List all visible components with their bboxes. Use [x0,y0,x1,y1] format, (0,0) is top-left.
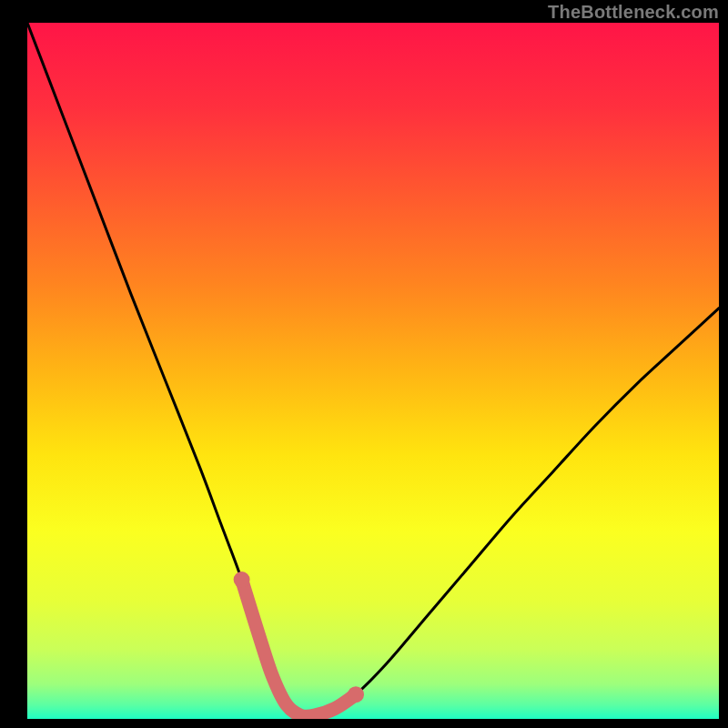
highlight-endpoint [348,686,364,703]
chart-stage: TheBottleneck.com [0,0,728,728]
highlight-endpoint [234,571,250,588]
bottleneck-chart [0,0,728,728]
gradient-panel [27,23,719,719]
